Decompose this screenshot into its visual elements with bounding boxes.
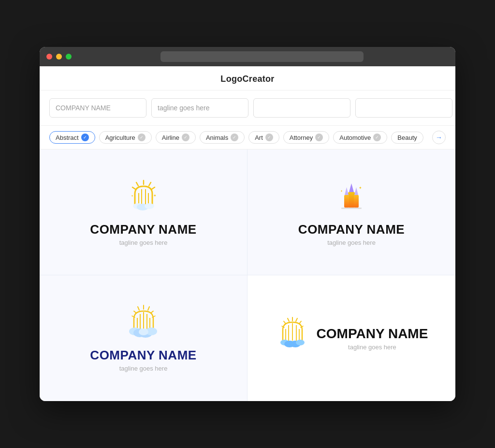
category-abstract[interactable]: Abstract ✓: [49, 131, 95, 144]
svg-point-11: [145, 203, 154, 209]
app-title: LogoCreator: [220, 74, 274, 84]
svg-line-41: [296, 318, 297, 321]
svg-point-39: [139, 329, 148, 335]
logo-icon-3: [124, 304, 163, 341]
svg-rect-16: [354, 195, 359, 208]
tagline-3: tagline goes here: [119, 365, 168, 372]
company-name-4: COMPANY NAME: [317, 326, 428, 342]
svg-marker-18: [345, 187, 349, 195]
svg-line-4: [132, 187, 135, 189]
svg-line-2: [136, 182, 138, 186]
categories-next-arrow[interactable]: →: [432, 131, 446, 144]
category-label: Airline: [162, 134, 179, 141]
svg-rect-22: [341, 208, 362, 209]
url-bar[interactable]: [160, 51, 364, 62]
company-name-3: COMPANY NAME: [90, 348, 196, 363]
svg-line-42: [288, 318, 289, 321]
logo-card-1[interactable]: ✦ ✦ COMPANY NAME tagline goes here: [40, 149, 248, 275]
tagline-4: tagline goes here: [317, 343, 428, 351]
search-bar: SEARCH: [40, 90, 455, 126]
logo-icon-4: [275, 316, 310, 353]
tagline-2: tagline goes here: [327, 239, 376, 246]
svg-marker-19: [354, 187, 358, 195]
titlebar: [40, 47, 455, 66]
category-agriculture[interactable]: Agriculture ✓: [99, 131, 152, 144]
close-button[interactable]: [46, 54, 52, 60]
svg-rect-14: [348, 192, 355, 208]
category-art[interactable]: Art ✓: [248, 131, 279, 144]
category-label: Automotive: [339, 134, 371, 141]
extra-field-1[interactable]: [253, 98, 350, 118]
category-animals[interactable]: Animals ✓: [200, 131, 245, 144]
check-icon: ✓: [265, 134, 273, 141]
svg-text:✦: ✦: [340, 190, 343, 193]
svg-line-1: [149, 182, 151, 186]
tagline-input[interactable]: [151, 98, 248, 118]
category-label: Animals: [206, 134, 228, 141]
company-name-2: COMPANY NAME: [298, 222, 405, 237]
check-icon: ✓: [231, 134, 238, 141]
svg-text:✦: ✦: [131, 194, 133, 197]
svg-text:✦: ✦: [153, 194, 157, 198]
tagline-1: tagline goes here: [119, 239, 168, 246]
svg-rect-15: [344, 195, 349, 208]
category-label: Abstract: [56, 134, 79, 141]
svg-line-25: [138, 307, 139, 310]
check-icon: ✓: [315, 134, 323, 141]
minimize-button[interactable]: [56, 54, 62, 60]
logo-card-2[interactable]: ✦ ✦ COMPANY: [248, 149, 455, 275]
check-icon: ✓: [373, 134, 381, 141]
logo-inline-container: COMPANY NAME tagline goes here: [275, 316, 428, 360]
category-bar: Abstract ✓ Agriculture ✓ Airline ✓ Anima…: [40, 126, 455, 149]
category-label: Attorney: [290, 134, 313, 141]
logo-icon-2: ✦ ✦: [335, 179, 368, 215]
category-automotive[interactable]: Automotive ✓: [333, 131, 387, 144]
company-name-input[interactable]: [49, 98, 146, 118]
maximize-button[interactable]: [66, 54, 72, 60]
extra-field-2[interactable]: [355, 98, 452, 118]
app-window: LogoCreator SEARCH Abstract ✓ Agricultur…: [40, 47, 455, 401]
logo-text-4: COMPANY NAME tagline goes here: [317, 326, 428, 351]
logo-card-3[interactable]: COMPANY NAME tagline goes here: [40, 275, 248, 401]
category-label: Beauty: [397, 134, 417, 141]
check-icon: ✓: [138, 134, 146, 141]
category-label: Art: [255, 134, 263, 141]
company-name-1: COMPANY NAME: [90, 222, 196, 237]
category-label: Agriculture: [105, 134, 135, 141]
logo-grid: ✦ ✦ COMPANY NAME tagline goes here: [40, 149, 455, 401]
category-beauty[interactable]: Beauty: [391, 132, 423, 144]
logo-card-4[interactable]: COMPANY NAME tagline goes here: [248, 275, 455, 401]
svg-line-24: [148, 307, 149, 310]
svg-line-3: [152, 187, 155, 189]
category-airline[interactable]: Airline ✓: [156, 131, 196, 144]
check-icon: ✓: [81, 134, 89, 141]
logo-icon-1: ✦ ✦: [124, 179, 163, 215]
svg-text:✦: ✦: [359, 186, 362, 190]
svg-point-55: [296, 340, 305, 345]
check-icon: ✓: [182, 134, 189, 141]
svg-marker-17: [349, 183, 354, 192]
app-header: LogoCreator: [40, 66, 455, 90]
category-attorney[interactable]: Attorney ✓: [283, 131, 329, 144]
